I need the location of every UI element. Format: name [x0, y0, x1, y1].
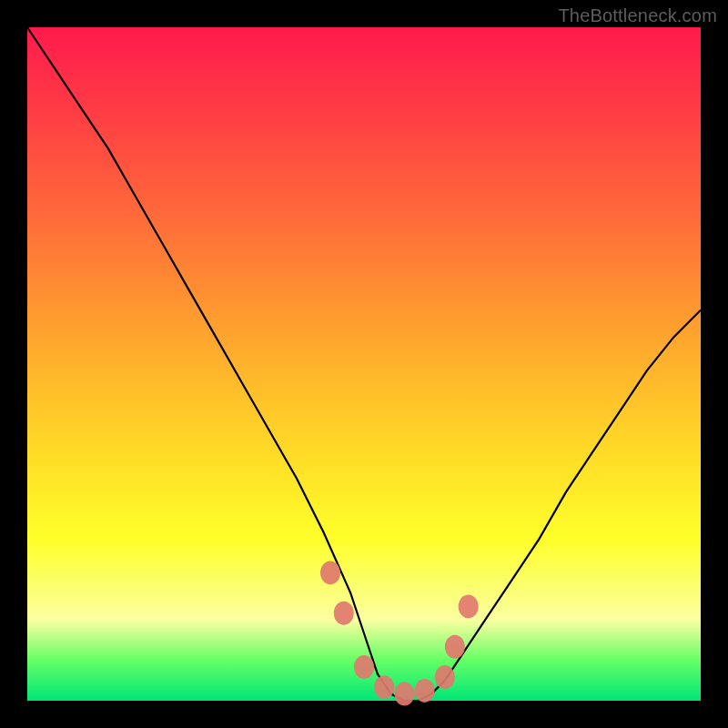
marker-dot — [459, 594, 479, 618]
marker-dot — [445, 635, 465, 659]
highlight-markers — [320, 561, 479, 705]
bottleneck-curve — [27, 27, 701, 701]
marker-dot — [394, 682, 414, 706]
marker-dot — [415, 679, 435, 703]
watermark-text: TheBottleneck.com — [558, 5, 717, 26]
plot-area — [27, 27, 701, 701]
marker-dot — [354, 655, 374, 679]
marker-dot — [374, 675, 394, 699]
marker-dot — [334, 602, 354, 625]
marker-dot — [320, 561, 340, 584]
curve-layer — [27, 27, 701, 701]
marker-dot — [435, 665, 455, 689]
